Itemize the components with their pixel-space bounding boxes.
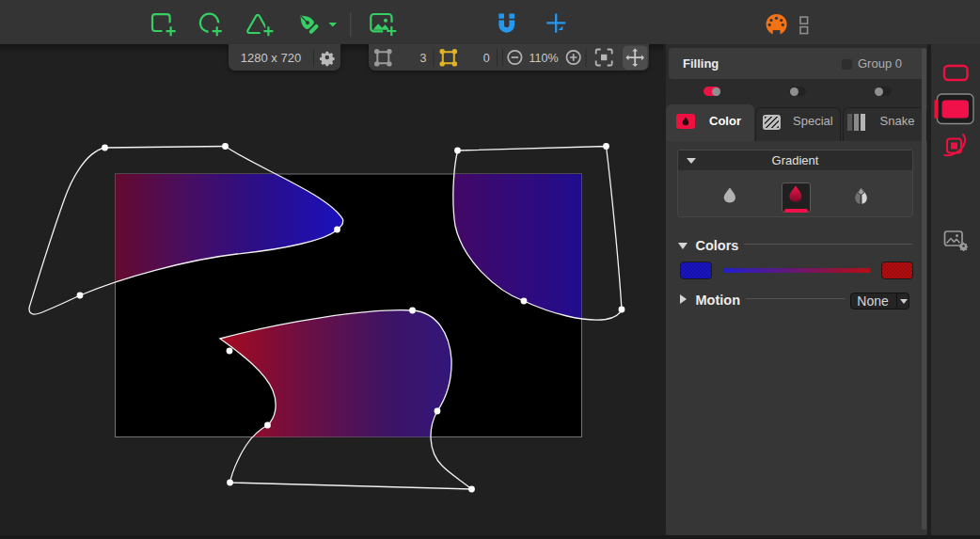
svg-text:3: 3 <box>420 52 427 65</box>
svg-text:0: 0 <box>483 52 490 65</box>
svg-text:110%: 110% <box>529 52 558 65</box>
svg-text:1280 x 720: 1280 x 720 <box>241 51 301 65</box>
